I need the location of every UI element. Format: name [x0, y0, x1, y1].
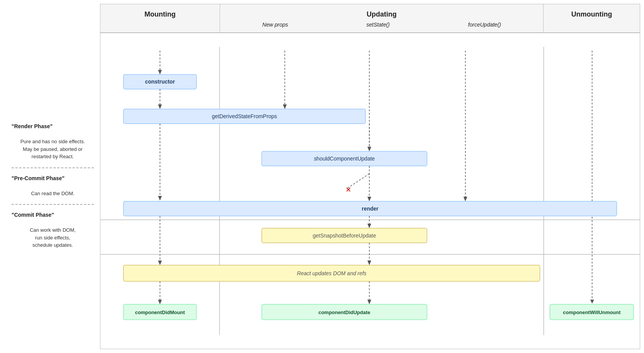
diagram-body: constructor getDerivedStateFromProps — [100, 33, 640, 349]
svg-marker-27 — [367, 261, 371, 265]
svg-marker-20 — [367, 197, 371, 201]
react-updates-dom-label: React updates DOM and refs — [297, 270, 367, 276]
unmounting-title: Unmounting — [571, 10, 612, 18]
svg-marker-18 — [464, 197, 467, 201]
pre-commit-phase-body: Can read the DOM. — [12, 190, 94, 197]
get-snapshot-label: getSnapshotBeforeUpdate — [313, 233, 376, 239]
render-phase-body: Pure and has no side effects.May be paus… — [12, 138, 94, 161]
updating-triggers: New props setState() forceUpdate() — [223, 22, 540, 28]
divider-1 — [12, 167, 94, 168]
svg-marker-5 — [158, 70, 162, 74]
constructor-label: constructor — [145, 79, 175, 85]
render-phase-title: "Render Phase" — [12, 123, 94, 129]
false-branch-x: ✕ — [345, 186, 351, 194]
svg-marker-15 — [158, 196, 162, 201]
component-did-mount-label: componentDidMount — [135, 310, 185, 315]
svg-marker-7 — [158, 104, 162, 109]
diagram-svg: constructor getDerivedStateFromProps — [100, 33, 640, 349]
trigger-force-update: forceUpdate() — [468, 22, 501, 28]
svg-marker-31 — [367, 300, 371, 304]
component-will-unmount-label: componentWillUnmount — [563, 310, 621, 315]
svg-marker-9 — [283, 104, 287, 109]
render-label: render — [362, 206, 379, 212]
commit-phase-annotation: "Commit Phase" Can work with DOM,run sid… — [12, 212, 94, 249]
svg-marker-23 — [367, 224, 371, 228]
commit-phase-body: Can work with DOM,run side effects,sched… — [12, 226, 94, 249]
commit-phase-title: "Commit Phase" — [12, 212, 94, 218]
svg-marker-17 — [367, 147, 371, 151]
component-did-update-label: componentDidUpdate — [319, 310, 370, 315]
updating-title: Updating — [367, 10, 397, 18]
mounting-title: Mounting — [145, 10, 176, 18]
unmounting-header: Unmounting — [544, 4, 640, 33]
divider-2 — [12, 204, 94, 205]
svg-marker-29 — [158, 300, 162, 304]
mounting-header: Mounting — [100, 4, 220, 33]
pre-commit-phase-title: "Pre-Commit Phase" — [12, 175, 94, 181]
pre-commit-phase-annotation: "Pre-Commit Phase" Can read the DOM. — [12, 175, 94, 197]
get-derived-state-label: getDerivedStateFromProps — [212, 113, 277, 119]
svg-marker-13 — [590, 300, 594, 304]
should-component-update-label: shouldComponentUpdate — [314, 156, 375, 162]
svg-marker-25 — [158, 261, 162, 265]
updating-header: Updating New props setState() forceUpdat… — [220, 4, 544, 33]
left-panel: "Render Phase" Pure and has no side effe… — [0, 0, 100, 353]
trigger-set-state: setState() — [366, 22, 390, 28]
render-phase-annotation: "Render Phase" Pure and has no side effe… — [12, 123, 94, 161]
trigger-new-props: New props — [262, 22, 288, 28]
